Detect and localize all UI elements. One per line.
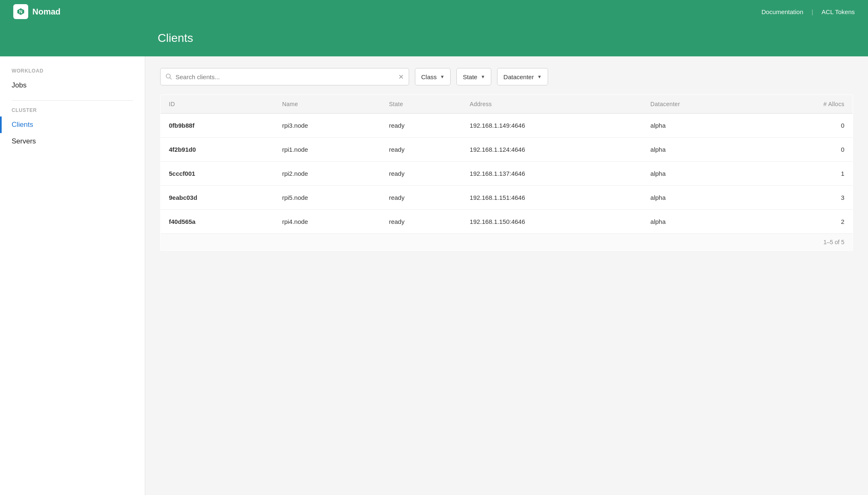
table-row[interactable]: 4f2b91d0 rpi1.node ready 192.168.1.124:4… (161, 138, 853, 162)
cell-allocs: 0 (758, 138, 853, 162)
cell-id: 9eabc03d (161, 186, 274, 210)
cell-state: ready (380, 186, 461, 210)
sidebar-section-label-workload: WORKLOAD (0, 68, 145, 77)
cell-allocs: 0 (758, 114, 853, 138)
sidebar-item-jobs[interactable]: Jobs (0, 77, 145, 94)
cell-state: ready (380, 162, 461, 186)
table-header-row: ID Name State Address Datacenter # Alloc… (161, 95, 853, 114)
cell-address: 192.168.1.151:4646 (461, 186, 642, 210)
cell-name: rpi2.node (274, 162, 381, 186)
datacenter-filter-dropdown[interactable]: Datacenter ▼ (497, 68, 548, 85)
cell-datacenter: alpha (642, 210, 758, 234)
sidebar-section-cluster: CLUSTER Clients Servers (0, 107, 145, 150)
cell-id: 4f2b91d0 (161, 138, 274, 162)
nav-divider: | (812, 8, 813, 15)
cell-datacenter: alpha (642, 114, 758, 138)
cell-name: rpi4.node (274, 210, 381, 234)
cell-allocs: 2 (758, 210, 853, 234)
pagination-row: 1–5 of 5 (161, 234, 853, 251)
sidebar-section-workload: WORKLOAD Jobs (0, 68, 145, 94)
docs-link[interactable]: Documentation (761, 8, 803, 15)
cell-datacenter: alpha (642, 162, 758, 186)
class-filter-dropdown[interactable]: Class ▼ (415, 68, 451, 85)
state-filter-chevron: ▼ (480, 74, 485, 79)
col-header-name: Name (274, 95, 381, 114)
cell-allocs: 3 (758, 186, 853, 210)
filter-bar: ✕ Class ▼ State ▼ Datacenter ▼ (160, 68, 853, 85)
class-filter-label: Class (421, 73, 437, 80)
cell-id: 0fb9b88f (161, 114, 274, 138)
cell-datacenter: alpha (642, 138, 758, 162)
svg-text:N: N (19, 9, 22, 14)
col-header-allocs: # Allocs (758, 95, 853, 114)
app-name: Nomad (32, 7, 61, 17)
class-filter-chevron: ▼ (440, 74, 445, 79)
cell-state: ready (380, 210, 461, 234)
nomad-logo-icon: N (13, 4, 28, 19)
header-nav: Documentation | ACL Tokens (761, 8, 855, 15)
pagination-text: 1–5 of 5 (161, 234, 853, 251)
cell-id: f40d565a (161, 210, 274, 234)
search-input[interactable] (176, 73, 395, 80)
state-filter-label: State (463, 73, 477, 80)
table-row[interactable]: f40d565a rpi4.node ready 192.168.1.150:4… (161, 210, 853, 234)
clients-table: ID Name State Address Datacenter # Alloc… (160, 95, 853, 251)
acl-tokens-link[interactable]: ACL Tokens (822, 8, 855, 15)
table-header: ID Name State Address Datacenter # Alloc… (161, 95, 853, 114)
cell-name: rpi3.node (274, 114, 381, 138)
logo-area: N Nomad (13, 4, 61, 19)
page-title: Clients (158, 32, 855, 45)
cell-state: ready (380, 114, 461, 138)
datacenter-filter-label: Datacenter (503, 73, 534, 80)
cell-address: 192.168.1.137:4646 (461, 162, 642, 186)
cell-id: 5cccf001 (161, 162, 274, 186)
table-footer: 1–5 of 5 (161, 234, 853, 251)
cell-state: ready (380, 138, 461, 162)
main-layout: WORKLOAD Jobs CLUSTER Clients Servers ✕ … (0, 56, 868, 495)
cell-address: 192.168.1.124:4646 (461, 138, 642, 162)
search-clear-button[interactable]: ✕ (398, 73, 404, 81)
col-header-state: State (380, 95, 461, 114)
col-header-id: ID (161, 95, 274, 114)
search-icon (166, 73, 172, 80)
cell-address: 192.168.1.150:4646 (461, 210, 642, 234)
sidebar-item-clients[interactable]: Clients (0, 116, 145, 133)
table-row[interactable]: 9eabc03d rpi5.node ready 192.168.1.151:4… (161, 186, 853, 210)
sidebar-section-label-cluster: CLUSTER (0, 107, 145, 116)
content-area: ✕ Class ▼ State ▼ Datacenter ▼ ID Name (145, 56, 868, 495)
cell-datacenter: alpha (642, 186, 758, 210)
sidebar-item-servers[interactable]: Servers (0, 133, 145, 150)
table-body: 0fb9b88f rpi3.node ready 192.168.1.149:4… (161, 114, 853, 234)
svg-line-3 (170, 78, 172, 80)
page-title-bar: Clients (0, 23, 868, 56)
table-row[interactable]: 0fb9b88f rpi3.node ready 192.168.1.149:4… (161, 114, 853, 138)
sidebar: WORKLOAD Jobs CLUSTER Clients Servers (0, 56, 145, 495)
datacenter-filter-chevron: ▼ (537, 74, 542, 79)
sidebar-divider (12, 100, 133, 101)
cell-address: 192.168.1.149:4646 (461, 114, 642, 138)
col-header-address: Address (461, 95, 642, 114)
col-header-datacenter: Datacenter (642, 95, 758, 114)
table-row[interactable]: 5cccf001 rpi2.node ready 192.168.1.137:4… (161, 162, 853, 186)
state-filter-dropdown[interactable]: State ▼ (456, 68, 491, 85)
cell-name: rpi5.node (274, 186, 381, 210)
cell-allocs: 1 (758, 162, 853, 186)
search-box: ✕ (160, 68, 409, 85)
cell-name: rpi1.node (274, 138, 381, 162)
top-header: N Nomad Documentation | ACL Tokens (0, 0, 868, 23)
